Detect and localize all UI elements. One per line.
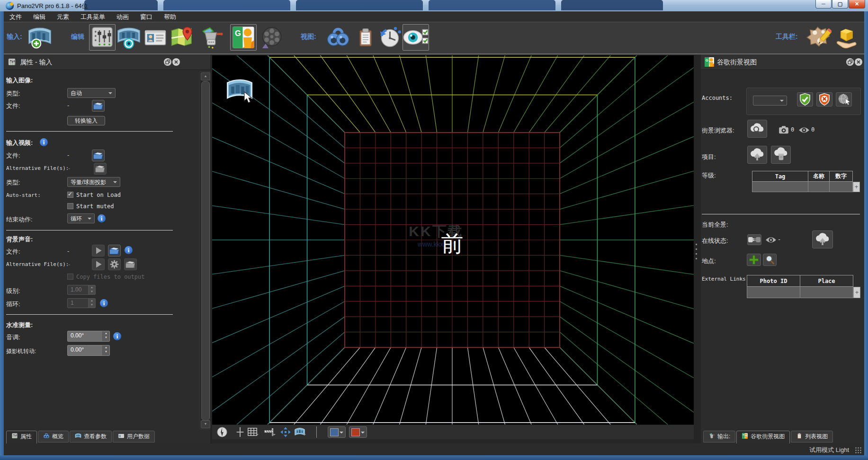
map-button[interactable] [170,25,194,50]
right-splitter[interactable] [694,54,701,444]
menu-item[interactable]: 动画 [111,11,134,21]
info-icon[interactable] [40,138,48,146]
account-logout-button[interactable] [816,92,832,106]
scroll-thumb[interactable] [201,81,210,421]
skin-editor-button[interactable] [805,25,832,50]
add-external-link-button[interactable]: + [853,287,860,298]
add-place-button[interactable] [747,254,761,266]
open-sound-button[interactable] [108,245,121,257]
properties-button[interactable] [89,24,116,51]
pan-mode-button[interactable] [279,426,292,438]
tab-3[interactable]: 查看参数 [70,431,112,442]
menu-item[interactable]: 元素 [51,11,75,21]
menu-item[interactable]: 工具菜单 [75,11,111,21]
panorama-mode-button[interactable] [294,426,306,438]
open-alt-video-button[interactable] [94,163,107,175]
info-icon[interactable] [100,299,108,307]
play-sound-button[interactable] [92,245,105,257]
copy-files-checkbox[interactable] [67,274,73,280]
play-alt-sound-button[interactable] [92,258,105,270]
grid-button[interactable] [246,426,259,438]
close-panel-button[interactable] [855,58,862,66]
pitch-spinner[interactable]: 0.00°▲▼ [67,331,110,342]
tab-3[interactable]: 列表视图 [791,431,833,442]
window-border-left [0,11,4,455]
tab-1[interactable]: 属性 [6,431,37,444]
menu-item[interactable]: 帮助 [158,11,182,21]
hand-box-icon [835,25,860,50]
table-row[interactable] [752,182,853,192]
account-web-button[interactable] [836,92,852,106]
tab-1[interactable]: 输出: [703,431,735,442]
account-login-button[interactable] [797,92,813,106]
external-links-table[interactable]: Photo IDPlace [747,275,853,298]
folder-icon [108,245,120,256]
float-panel-button[interactable] [164,58,171,66]
crosshair-button[interactable] [234,426,246,438]
tab-label: 输出: [717,433,730,440]
sound-settings-button[interactable] [108,258,121,270]
title-bar[interactable]: Pano2VR pro 6.1.8 - 64位 ─ ▢ ✕ [0,0,868,12]
panorama-viewport[interactable]: KK下载 www.kkx.net 前 [212,55,694,425]
convert-input-button[interactable]: 转换输入 [67,116,105,125]
scroll-up-button[interactable]: ▲ [201,72,210,80]
browse-street-view-button[interactable] [747,120,767,138]
output-converter-button[interactable] [199,25,224,50]
minimize-button[interactable]: ─ [815,0,832,9]
sound-file-value: - [67,248,69,255]
face-color-swatch[interactable] [349,426,367,438]
left-panel-scrollbar[interactable]: ▲ ▼ [200,71,210,429]
google-street-view-button[interactable]: G [230,24,257,51]
tab-2[interactable]: G谷歌街景视图 [736,431,790,444]
input-type-select[interactable]: 自动 [67,88,116,98]
roll-spinner[interactable]: 0.00°▲▼ [67,345,110,356]
loop-spinner[interactable]: 1▲▼ [67,298,96,308]
start-muted-checkbox[interactable] [67,203,73,209]
menu-item[interactable]: 编辑 [27,11,51,21]
properties-panel-title: 属性 - 输入 [20,58,52,67]
open-alt-sound-button[interactable] [124,258,137,270]
compass-button[interactable] [216,426,228,438]
float-panel-button[interactable] [846,58,854,66]
connection-status-button[interactable] [747,234,761,245]
overview-button[interactable] [326,25,350,50]
info-icon[interactable] [113,332,121,340]
list-view-button[interactable] [355,25,376,50]
upload-pano-button[interactable] [812,230,833,248]
animation-button[interactable] [260,25,284,50]
scroll-down-button[interactable]: ▼ [201,420,210,428]
tab-4[interactable]: 用户数据 [113,431,155,442]
package-viewer-button[interactable] [835,25,860,50]
close-panel-button[interactable] [172,58,180,66]
history-button[interactable] [377,25,402,50]
menu-item[interactable]: 文件 [4,11,27,21]
account-select[interactable] [753,96,787,106]
user-data-button[interactable] [143,25,168,50]
resize-grip[interactable] [855,447,861,453]
open-file-button[interactable] [92,100,105,112]
close-button[interactable]: ✕ [849,0,865,9]
add-input-button[interactable] [27,25,52,50]
level-spinner[interactable]: 1.00▲▼ [67,285,96,295]
viewing-parameters-button[interactable] [116,25,141,50]
info-icon[interactable] [125,246,133,254]
info-icon[interactable] [98,214,106,222]
open-video-button[interactable] [92,150,105,161]
viewer-button[interactable] [403,24,429,51]
upload-project-button[interactable] [747,146,767,164]
search-place-button[interactable] [763,254,777,266]
level-table[interactable]: Tag名称数字 [752,171,853,192]
start-on-load-checkbox[interactable] [67,192,73,198]
tab-2[interactable]: 概览 [38,431,69,442]
menu-item[interactable]: 窗口 [134,11,158,21]
maximize-button[interactable]: ▢ [832,0,848,9]
add-level-row-button[interactable]: + [853,182,860,192]
end-action-select[interactable]: 循环 [67,213,95,223]
table-row[interactable] [747,287,853,298]
grid-color-swatch[interactable] [328,426,346,438]
delete-project-button[interactable] [771,146,791,164]
projection-select[interactable]: 等量/球面投影 [67,177,120,187]
barrier-button[interactable] [263,426,276,438]
input-image-heading: 输入图像: [6,76,33,85]
street-view-panel-header: G 谷歌街景视图 [701,54,864,70]
